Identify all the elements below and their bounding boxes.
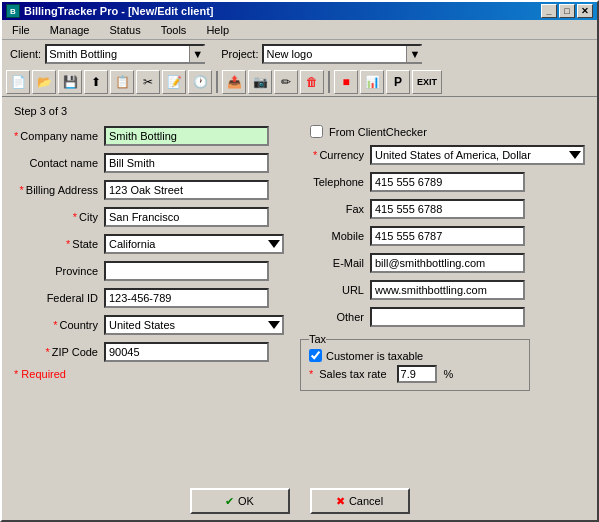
content-area: Step 3 of 3 *Company name Contact name <box>2 97 597 482</box>
sales-tax-input[interactable] <box>397 365 437 383</box>
toolbar-export[interactable]: 📤 <box>222 70 246 94</box>
sales-tax-row: * Sales tax rate % <box>309 365 521 383</box>
window-title: BillingTracker Pro - [New/Edit client] <box>24 5 213 17</box>
tax-legend: Tax <box>309 333 326 345</box>
country-select[interactable]: United States <box>104 315 284 335</box>
company-name-input[interactable] <box>104 126 269 146</box>
country-row: *Country United States <box>14 314 284 336</box>
menu-status[interactable]: Status <box>104 22 147 38</box>
province-input[interactable] <box>104 261 269 281</box>
client-input[interactable] <box>47 48 189 60</box>
toolbar-red[interactable]: ■ <box>334 70 358 94</box>
other-label: Other <box>336 311 364 323</box>
toolbar-new[interactable]: 📄 <box>6 70 30 94</box>
toolbar-p[interactable]: P <box>386 70 410 94</box>
telephone-label: Telephone <box>313 176 364 188</box>
window-icon: B <box>6 4 20 18</box>
minimize-button[interactable]: _ <box>541 4 557 18</box>
state-row: *State California <box>14 233 284 255</box>
toolbar-up[interactable]: ⬆ <box>84 70 108 94</box>
cancel-label: Cancel <box>349 495 383 507</box>
toolbar-time[interactable]: 🕐 <box>188 70 212 94</box>
title-bar: B BillingTracker Pro - [New/Edit client]… <box>2 2 597 20</box>
toolbar-edit[interactable]: 📝 <box>162 70 186 94</box>
from-checker-label: From ClientChecker <box>329 126 427 138</box>
toolbar-camera[interactable]: 📷 <box>248 70 272 94</box>
billing-address-row: *Billing Address <box>14 179 284 201</box>
percent-sign: % <box>444 368 454 380</box>
menu-manage[interactable]: Manage <box>44 22 96 38</box>
client-dropdown-arrow[interactable]: ▼ <box>189 46 205 62</box>
telephone-input[interactable] <box>370 172 525 192</box>
menu-bar: File Manage Status Tools Help <box>2 20 597 40</box>
toolbar: 📄 📂 💾 ⬆ 📋 ✂ 📝 🕐 📤 📷 ✏ 🗑 ■ 📊 P EXIT <box>2 68 597 97</box>
toolbar-copy[interactable]: 📋 <box>110 70 134 94</box>
toolbar-exit[interactable]: EXIT <box>412 70 442 94</box>
customer-taxable-row: Customer is taxable <box>309 349 521 362</box>
province-row: Province <box>14 260 284 282</box>
ok-button[interactable]: ✔ OK <box>190 488 290 514</box>
zip-label: ZIP Code <box>52 346 98 358</box>
mobile-input[interactable] <box>370 226 525 246</box>
zip-row: *ZIP Code <box>14 341 284 363</box>
currency-select[interactable]: United States of America, Dollar <box>370 145 585 165</box>
toolbar-open[interactable]: 📂 <box>32 70 56 94</box>
contact-name-input[interactable] <box>104 153 269 173</box>
project-input[interactable] <box>264 48 406 60</box>
email-input[interactable] <box>370 253 525 273</box>
menu-file[interactable]: File <box>6 22 36 38</box>
toolbar-pencil[interactable]: ✏ <box>274 70 298 94</box>
maximize-button[interactable]: □ <box>559 4 575 18</box>
customer-taxable-checkbox[interactable] <box>309 349 322 362</box>
fax-label: Fax <box>346 203 364 215</box>
client-combo[interactable]: ▼ <box>45 44 205 64</box>
menu-help[interactable]: Help <box>200 22 235 38</box>
country-label: Country <box>59 319 98 331</box>
state-select[interactable]: California <box>104 234 284 254</box>
state-label: State <box>72 238 98 250</box>
currency-label: Currency <box>319 149 364 161</box>
contact-name-label: Contact name <box>30 157 98 169</box>
email-row: E-Mail <box>300 252 585 274</box>
cancel-button[interactable]: ✖ Cancel <box>310 488 410 514</box>
form-container: *Company name Contact name *Billing Addr… <box>14 125 585 391</box>
federal-id-label: Federal ID <box>47 292 98 304</box>
telephone-row: Telephone <box>300 171 585 193</box>
client-label: Client: <box>10 48 41 60</box>
other-row: Other <box>300 306 585 328</box>
fax-input[interactable] <box>370 199 525 219</box>
tax-box: Tax Customer is taxable * Sales tax rate… <box>300 333 530 391</box>
toolbar-chart[interactable]: 📊 <box>360 70 384 94</box>
toolbar-delete[interactable]: 🗑 <box>300 70 324 94</box>
fax-row: Fax <box>300 198 585 220</box>
url-label: URL <box>342 284 364 296</box>
mobile-label: Mobile <box>332 230 364 242</box>
project-dropdown-arrow[interactable]: ▼ <box>406 46 422 62</box>
province-label: Province <box>55 265 98 277</box>
customer-taxable-label: Customer is taxable <box>326 350 423 362</box>
billing-address-label: Billing Address <box>26 184 98 196</box>
sales-tax-label: Sales tax rate <box>319 368 386 380</box>
email-label: E-Mail <box>333 257 364 269</box>
from-checker-checkbox[interactable] <box>310 125 323 138</box>
menu-tools[interactable]: Tools <box>155 22 193 38</box>
project-combo[interactable]: ▼ <box>262 44 422 64</box>
toolbar-save[interactable]: 💾 <box>58 70 82 94</box>
required-note: * Required <box>14 368 284 380</box>
federal-id-row: Federal ID <box>14 287 284 309</box>
right-column: From ClientChecker *Currency United Stat… <box>300 125 585 391</box>
city-row: *City <box>14 206 284 228</box>
ok-label: OK <box>238 495 254 507</box>
bottom-bar: ✔ OK ✖ Cancel <box>2 482 597 520</box>
city-label: City <box>79 211 98 223</box>
left-column: *Company name Contact name *Billing Addr… <box>14 125 284 391</box>
toolbar-cut[interactable]: ✂ <box>136 70 160 94</box>
url-input[interactable] <box>370 280 525 300</box>
from-checker-row: From ClientChecker <box>300 125 585 138</box>
close-button[interactable]: ✕ <box>577 4 593 18</box>
federal-id-input[interactable] <box>104 288 269 308</box>
city-input[interactable] <box>104 207 269 227</box>
other-input[interactable] <box>370 307 525 327</box>
zip-input[interactable] <box>104 342 269 362</box>
billing-address-input[interactable] <box>104 180 269 200</box>
